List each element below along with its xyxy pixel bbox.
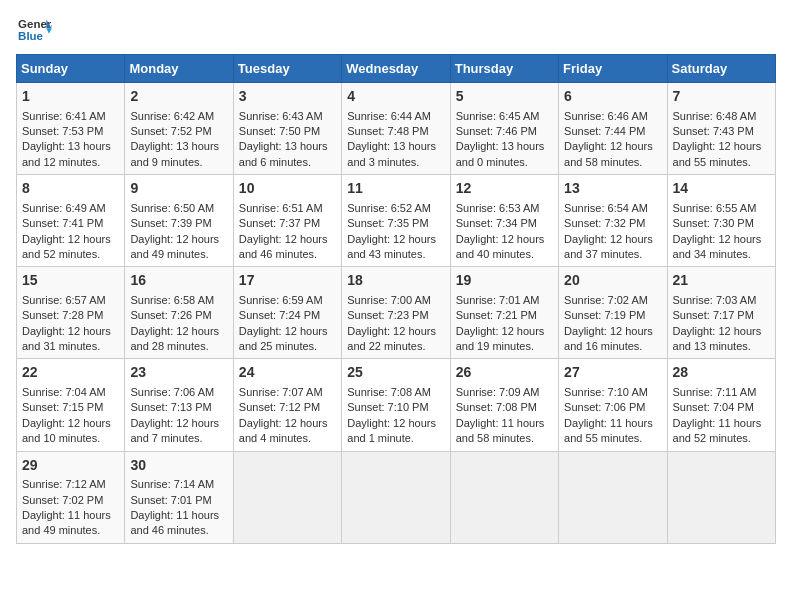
day-info-line: Daylight: 12 hours [347, 324, 444, 339]
day-info-line: Sunrise: 7:00 AM [347, 293, 444, 308]
day-info-line: Sunset: 7:34 PM [456, 216, 553, 231]
day-info-line: Sunrise: 7:11 AM [673, 385, 770, 400]
calendar-cell: 22Sunrise: 7:04 AMSunset: 7:15 PMDayligh… [17, 359, 125, 451]
day-number: 13 [564, 179, 661, 199]
calendar-cell: 18Sunrise: 7:00 AMSunset: 7:23 PMDayligh… [342, 267, 450, 359]
day-info-line: Sunrise: 6:59 AM [239, 293, 336, 308]
day-info-line: and 34 minutes. [673, 247, 770, 262]
day-info-line: Daylight: 13 hours [130, 139, 227, 154]
calendar-cell: 30Sunrise: 7:14 AMSunset: 7:01 PMDayligh… [125, 451, 233, 543]
day-number: 10 [239, 179, 336, 199]
calendar-cell: 12Sunrise: 6:53 AMSunset: 7:34 PMDayligh… [450, 175, 558, 267]
calendar-cell: 10Sunrise: 6:51 AMSunset: 7:37 PMDayligh… [233, 175, 341, 267]
day-info-line: Daylight: 12 hours [564, 139, 661, 154]
day-info-line: Sunset: 7:04 PM [673, 400, 770, 415]
day-info-line: Sunset: 7:13 PM [130, 400, 227, 415]
calendar-cell: 20Sunrise: 7:02 AMSunset: 7:19 PMDayligh… [559, 267, 667, 359]
day-info-line: Sunrise: 6:50 AM [130, 201, 227, 216]
day-number: 16 [130, 271, 227, 291]
day-info-line: and 10 minutes. [22, 431, 119, 446]
day-info-line: and 0 minutes. [456, 155, 553, 170]
day-number: 27 [564, 363, 661, 383]
day-number: 22 [22, 363, 119, 383]
calendar-cell: 24Sunrise: 7:07 AMSunset: 7:12 PMDayligh… [233, 359, 341, 451]
calendar-cell: 3Sunrise: 6:43 AMSunset: 7:50 PMDaylight… [233, 83, 341, 175]
day-info-line: Daylight: 12 hours [22, 324, 119, 339]
calendar-cell: 8Sunrise: 6:49 AMSunset: 7:41 PMDaylight… [17, 175, 125, 267]
day-info-line: and 28 minutes. [130, 339, 227, 354]
day-number: 19 [456, 271, 553, 291]
day-info-line: Sunrise: 6:54 AM [564, 201, 661, 216]
day-info-line: Daylight: 11 hours [456, 416, 553, 431]
day-info-line: Sunset: 7:53 PM [22, 124, 119, 139]
day-number: 18 [347, 271, 444, 291]
day-number: 14 [673, 179, 770, 199]
day-info-line: Daylight: 12 hours [130, 416, 227, 431]
day-info-line: and 58 minutes. [564, 155, 661, 170]
day-info-line: Daylight: 12 hours [239, 416, 336, 431]
day-info-line: Daylight: 12 hours [22, 416, 119, 431]
calendar-cell: 16Sunrise: 6:58 AMSunset: 7:26 PMDayligh… [125, 267, 233, 359]
day-info-line: Sunset: 7:39 PM [130, 216, 227, 231]
calendar-week-2: 8Sunrise: 6:49 AMSunset: 7:41 PMDaylight… [17, 175, 776, 267]
day-info-line: Daylight: 11 hours [130, 508, 227, 523]
calendar-cell: 7Sunrise: 6:48 AMSunset: 7:43 PMDaylight… [667, 83, 775, 175]
calendar-cell: 25Sunrise: 7:08 AMSunset: 7:10 PMDayligh… [342, 359, 450, 451]
day-info-line: Sunset: 7:46 PM [456, 124, 553, 139]
day-info-line: Sunrise: 6:55 AM [673, 201, 770, 216]
calendar-cell [559, 451, 667, 543]
day-info-line: Sunrise: 6:41 AM [22, 109, 119, 124]
day-info-line: and 3 minutes. [347, 155, 444, 170]
day-number: 2 [130, 87, 227, 107]
day-info-line: Daylight: 12 hours [347, 416, 444, 431]
day-info-line: and 4 minutes. [239, 431, 336, 446]
header-day-sunday: Sunday [17, 55, 125, 83]
day-info-line: and 9 minutes. [130, 155, 227, 170]
day-number: 28 [673, 363, 770, 383]
day-info-line: Sunrise: 6:51 AM [239, 201, 336, 216]
day-info-line: Daylight: 12 hours [130, 232, 227, 247]
day-info-line: and 49 minutes. [130, 247, 227, 262]
day-info-line: and 55 minutes. [673, 155, 770, 170]
day-info-line: Daylight: 12 hours [673, 139, 770, 154]
day-number: 15 [22, 271, 119, 291]
day-info-line: and 7 minutes. [130, 431, 227, 446]
day-info-line: and 1 minute. [347, 431, 444, 446]
day-info-line: Sunset: 7:23 PM [347, 308, 444, 323]
day-info-line: Daylight: 12 hours [347, 232, 444, 247]
day-number: 30 [130, 456, 227, 476]
calendar-cell: 21Sunrise: 7:03 AMSunset: 7:17 PMDayligh… [667, 267, 775, 359]
day-info-line: and 49 minutes. [22, 523, 119, 538]
calendar-cell: 29Sunrise: 7:12 AMSunset: 7:02 PMDayligh… [17, 451, 125, 543]
day-info-line: Sunrise: 7:03 AM [673, 293, 770, 308]
day-number: 8 [22, 179, 119, 199]
calendar-cell [342, 451, 450, 543]
day-info-line: Daylight: 12 hours [130, 324, 227, 339]
day-info-line: Sunset: 7:01 PM [130, 493, 227, 508]
day-info-line: Sunset: 7:44 PM [564, 124, 661, 139]
header-day-monday: Monday [125, 55, 233, 83]
day-info-line: Sunrise: 7:12 AM [22, 477, 119, 492]
calendar-cell: 14Sunrise: 6:55 AMSunset: 7:30 PMDayligh… [667, 175, 775, 267]
day-number: 3 [239, 87, 336, 107]
day-info-line: Sunrise: 7:06 AM [130, 385, 227, 400]
day-number: 4 [347, 87, 444, 107]
calendar-cell: 5Sunrise: 6:45 AMSunset: 7:46 PMDaylight… [450, 83, 558, 175]
calendar-cell: 9Sunrise: 6:50 AMSunset: 7:39 PMDaylight… [125, 175, 233, 267]
day-info-line: Sunset: 7:02 PM [22, 493, 119, 508]
calendar-cell: 27Sunrise: 7:10 AMSunset: 7:06 PMDayligh… [559, 359, 667, 451]
calendar-week-1: 1Sunrise: 6:41 AMSunset: 7:53 PMDaylight… [17, 83, 776, 175]
day-info-line: Sunset: 7:08 PM [456, 400, 553, 415]
svg-text:Blue: Blue [18, 30, 43, 42]
day-info-line: Sunset: 7:15 PM [22, 400, 119, 415]
calendar-cell [667, 451, 775, 543]
day-info-line: and 25 minutes. [239, 339, 336, 354]
day-info-line: and 58 minutes. [456, 431, 553, 446]
calendar-cell: 4Sunrise: 6:44 AMSunset: 7:48 PMDaylight… [342, 83, 450, 175]
day-info-line: Daylight: 12 hours [456, 232, 553, 247]
day-number: 5 [456, 87, 553, 107]
day-info-line: Sunset: 7:37 PM [239, 216, 336, 231]
day-info-line: Sunset: 7:26 PM [130, 308, 227, 323]
day-info-line: Sunrise: 7:02 AM [564, 293, 661, 308]
calendar-cell: 11Sunrise: 6:52 AMSunset: 7:35 PMDayligh… [342, 175, 450, 267]
